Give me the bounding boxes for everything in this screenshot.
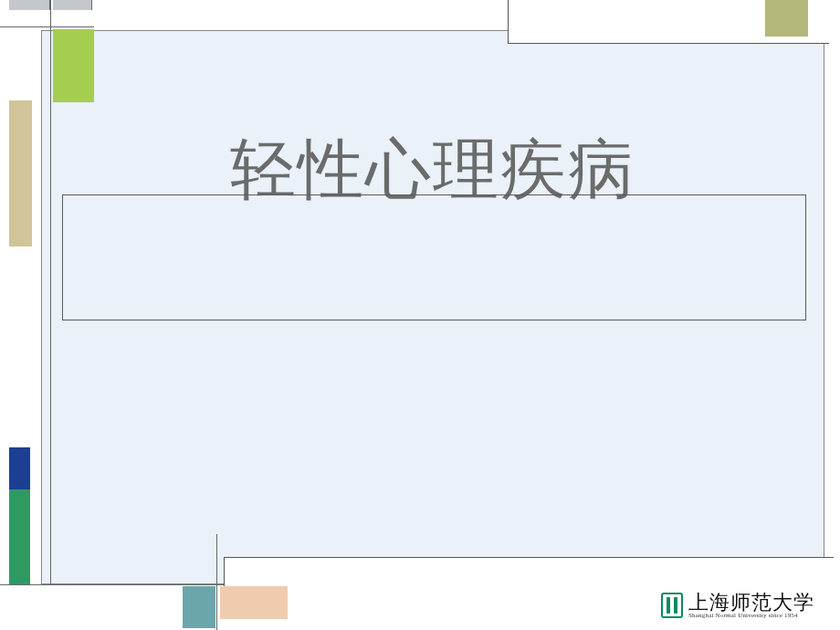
university-logo: 上海师范大学 Shanghai Normal University since … — [657, 586, 835, 625]
deco-green-square — [53, 29, 94, 102]
deco-bottom-hline — [50, 584, 224, 585]
logo-icon — [661, 593, 683, 618]
deco-bottom-teal — [183, 586, 215, 628]
deco-top-grey-1 — [9, 0, 50, 10]
deco-left-hline-2 — [0, 584, 50, 585]
deco-bottom-vline — [216, 534, 217, 630]
deco-bottom-peach — [220, 586, 288, 619]
deco-left-green — [9, 489, 30, 584]
deco-top-right-olive — [765, 0, 808, 37]
deco-left-vline — [50, 0, 51, 584]
deco-left-tan — [9, 100, 32, 247]
logo-text: 上海师范大学 Shanghai Normal University since … — [688, 593, 814, 619]
logo-name-en: Shanghai Normal University since 1954 — [688, 613, 814, 619]
deco-left-hline — [0, 26, 94, 27]
deco-left-blue — [9, 447, 30, 489]
deco-top-grey-2 — [53, 0, 92, 10]
slide: 轻性心理疾病 上海师范大学 Shanghai Normal University… — [0, 0, 840, 630]
text-placeholder[interactable] — [62, 194, 806, 320]
logo-name-cn: 上海师范大学 — [688, 593, 814, 613]
